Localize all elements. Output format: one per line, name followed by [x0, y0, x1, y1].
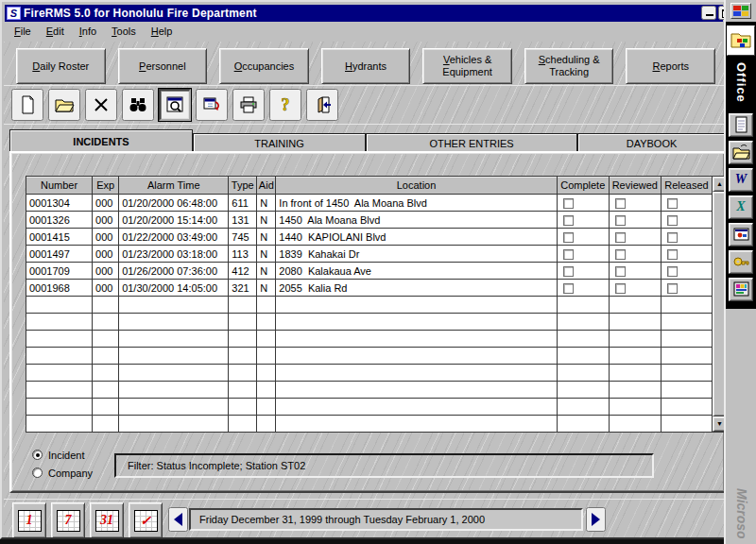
radio-incident[interactable]: Incident	[32, 446, 93, 464]
nav-button-vehicles-equipment[interactable]: Vehicles & Equipment	[422, 48, 512, 84]
menu-item-help[interactable]: Help	[144, 23, 180, 40]
windows-logo-icon[interactable]	[730, 3, 751, 19]
nav-button-scheduling-tracking[interactable]: Scheduling & Tracking	[524, 48, 614, 84]
incident-row[interactable]: 000149700001/23/2000 03:18:00113N1839 Ka…	[26, 246, 713, 263]
preview-button[interactable]	[159, 89, 191, 121]
nav-button-personnel[interactable]: Personnel	[118, 48, 208, 84]
empty-cell	[609, 314, 661, 331]
reviewed-checkbox[interactable]	[615, 215, 626, 226]
empty-row	[26, 331, 713, 348]
reviewed-checkbox[interactable]	[615, 266, 626, 277]
released-checkbox[interactable]	[667, 215, 678, 226]
incident-row[interactable]: 000132600001/20/2000 15:14:00131N1450 Al…	[26, 212, 713, 229]
empty-cell	[557, 297, 609, 314]
next-period-button[interactable]	[586, 507, 606, 532]
calendar-button-7[interactable]: 7	[51, 502, 85, 538]
cell-alarm_time: 01/20/2000 06:48:00	[119, 195, 229, 212]
calendar-button-check[interactable]: ✓	[129, 502, 163, 538]
picture-shortcut-button[interactable]	[729, 223, 753, 246]
open-button[interactable]	[48, 89, 80, 121]
empty-cell	[276, 297, 557, 314]
tab-training[interactable]: TRAINING	[193, 133, 366, 153]
complete-checkbox[interactable]	[563, 215, 574, 226]
menu-item-edit[interactable]: Edit	[39, 23, 72, 40]
radio-label: Incident	[48, 450, 85, 461]
complete-checkbox[interactable]	[563, 198, 574, 209]
empty-cell	[26, 416, 93, 433]
complete-checkbox[interactable]	[563, 283, 574, 294]
date-range-field: Friday December 31, 1999 through Tuesday…	[189, 508, 583, 531]
cell-released	[661, 246, 712, 263]
open-folder-shortcut-button[interactable]	[729, 141, 753, 164]
incident-row[interactable]: 000130400001/20/2000 06:48:00611NIn fron…	[26, 195, 713, 212]
empty-cell	[229, 382, 257, 399]
cell-complete	[557, 195, 609, 212]
calendar-icon: ✓	[134, 510, 158, 532]
complete-checkbox[interactable]	[563, 266, 574, 277]
released-checkbox[interactable]	[667, 232, 678, 243]
excel-shortcut-button[interactable]: X	[729, 196, 753, 219]
empty-cell	[609, 348, 661, 365]
tab-other-entries[interactable]: OTHER ENTRIES	[366, 133, 577, 153]
toolbar: ?	[11, 89, 338, 121]
document-shortcut-button[interactable]	[729, 113, 753, 137]
empty-cell	[119, 297, 229, 314]
reviewed-checkbox[interactable]	[615, 232, 626, 243]
nav-button-occupancies[interactable]: Occupancies	[219, 48, 309, 84]
released-checkbox[interactable]	[667, 198, 678, 209]
exit-button[interactable]	[306, 89, 338, 121]
nav-button-reports[interactable]: Reports	[626, 48, 715, 84]
calendar-button-1[interactable]: 1	[12, 502, 46, 538]
empty-cell	[119, 348, 229, 365]
office-folder-button[interactable]	[727, 26, 755, 56]
empty-cell	[93, 297, 119, 314]
title-bar[interactable]: S FireRMS 5.0 for Honolulu Fire Departme…	[5, 5, 723, 22]
new-document-button[interactable]	[11, 89, 43, 121]
empty-cell	[26, 382, 93, 399]
empty-row	[26, 399, 713, 416]
tab-daybook[interactable]: DAYBOOK	[577, 133, 726, 153]
empty-cell	[119, 314, 229, 331]
menu-item-info[interactable]: Info	[72, 23, 104, 40]
complete-checkbox[interactable]	[563, 232, 574, 243]
delete-button[interactable]	[85, 89, 117, 121]
word-icon: W	[735, 172, 747, 187]
released-checkbox[interactable]	[667, 266, 678, 277]
menu-item-tools[interactable]: Tools	[104, 23, 144, 40]
cell-number: 0001304	[26, 195, 93, 212]
word-shortcut-button[interactable]: W	[729, 168, 753, 192]
menu-item-file[interactable]: File	[7, 23, 39, 40]
reviewed-checkbox[interactable]	[615, 249, 626, 260]
complete-checkbox[interactable]	[563, 249, 574, 260]
help-button[interactable]: ?	[269, 89, 301, 121]
tab-incidents[interactable]: INCIDENTS	[9, 129, 193, 153]
reviewed-checkbox[interactable]	[615, 283, 626, 294]
radio-company[interactable]: Company	[32, 464, 93, 482]
cell-exp: 000	[93, 263, 119, 280]
minimize-button[interactable]	[701, 6, 716, 20]
print-button[interactable]	[232, 89, 265, 121]
cell-number: 0001326	[26, 212, 93, 229]
incident-row[interactable]: 000170900001/26/2000 07:36:00412N2080 Ka…	[26, 263, 713, 280]
previous-period-button[interactable]	[168, 507, 188, 532]
new-document-icon	[17, 94, 38, 115]
module-button-row: Daily RosterPersonnelOccupanciesHydrants…	[4, 48, 728, 84]
cell-alarm_time: 01/23/2000 03:18:00	[119, 246, 229, 263]
empty-cell	[26, 297, 93, 314]
released-checkbox[interactable]	[667, 249, 678, 260]
empty-cell	[119, 399, 229, 416]
released-checkbox[interactable]	[667, 283, 678, 294]
column-header-complete: Complete	[557, 177, 609, 195]
empty-cell	[276, 416, 557, 433]
msdos-shortcut-button[interactable]	[729, 278, 753, 301]
calendar-button-31[interactable]: 31	[90, 502, 124, 538]
find-button[interactable]	[122, 89, 154, 121]
incident-row[interactable]: 000141500001/22/2000 03:49:00745N1440 KA…	[26, 229, 713, 246]
nav-button-daily-roster[interactable]: Daily Roster	[16, 48, 106, 84]
incident-row[interactable]: 000196800001/30/2000 14:05:00321N2055 Ka…	[26, 280, 713, 297]
key-shortcut-button[interactable]	[729, 250, 753, 274]
nav-button-label: Scheduling & Tracking	[525, 54, 613, 78]
reviewed-checkbox[interactable]	[615, 198, 626, 209]
transfer-button[interactable]	[196, 89, 228, 121]
nav-button-hydrants[interactable]: Hydrants	[321, 48, 411, 84]
